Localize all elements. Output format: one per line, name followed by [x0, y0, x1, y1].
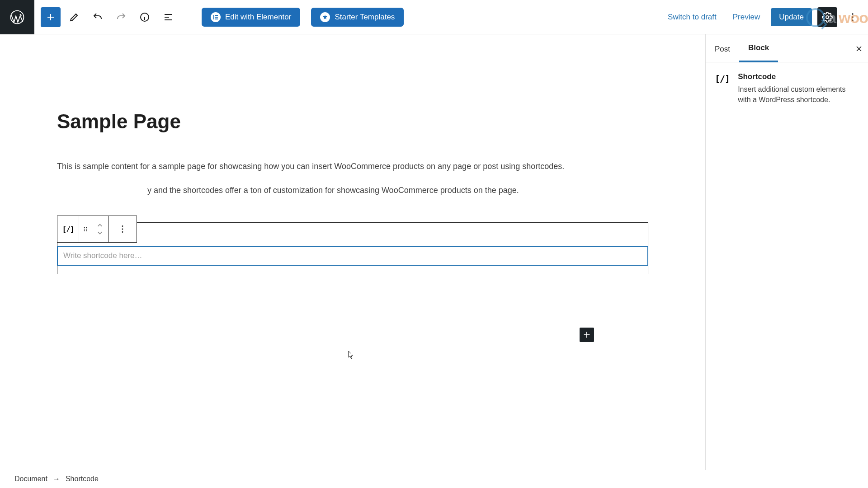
paragraph-2-text: y and the shortcodes offer a ton of cust… [147, 186, 519, 195]
drag-icon [81, 225, 90, 233]
plus-icon [45, 12, 56, 23]
tab-post[interactable]: Post [706, 37, 739, 62]
svg-rect-3 [215, 15, 218, 16]
svg-point-0 [11, 10, 24, 23]
edit-with-elementor-button[interactable]: Edit with Elementor [202, 8, 300, 27]
info-icon [139, 12, 150, 23]
move-down-button[interactable] [95, 229, 104, 236]
svg-point-17 [122, 229, 123, 230]
cursor-icon [348, 351, 354, 360]
svg-rect-4 [215, 17, 218, 18]
starter-templates-button[interactable]: Starter Templates [311, 8, 404, 27]
block-type-button[interactable]: [/] [57, 216, 79, 242]
shortcode-icon: [/] [715, 73, 730, 105]
starter-label: Starter Templates [335, 13, 395, 22]
shortcode-block: [/] Shortcode [57, 222, 648, 274]
redo-button[interactable] [111, 7, 131, 27]
sidebar-block-title: Shortcode [738, 72, 859, 81]
plus-icon [582, 330, 592, 340]
svg-point-15 [86, 230, 87, 231]
svg-rect-2 [213, 15, 214, 19]
close-icon [854, 44, 863, 53]
paragraph-2[interactable]: y and the shortcodes offer a ton of cust… [147, 185, 705, 196]
kebab-icon [847, 12, 858, 23]
paragraph-1[interactable]: This is sample content for a sample page… [57, 161, 654, 172]
shortcode-input[interactable] [58, 247, 647, 265]
svg-point-18 [122, 231, 123, 233]
chevron-down-icon [97, 230, 103, 236]
block-more-options[interactable] [108, 216, 137, 242]
list-icon [163, 12, 174, 23]
block-movers [92, 216, 108, 242]
switch-to-draft-button[interactable]: Switch to draft [662, 9, 722, 25]
block-toolbar: [/] [57, 216, 137, 243]
gear-icon [822, 12, 833, 23]
undo-button[interactable] [88, 7, 108, 27]
wordpress-icon [9, 9, 25, 25]
svg-point-16 [122, 225, 123, 227]
sidebar-block-description: Insert additional custom elements with a… [738, 84, 859, 105]
redo-icon [116, 12, 127, 23]
svg-point-10 [84, 227, 85, 228]
add-block-button[interactable] [41, 7, 61, 27]
settings-button[interactable] [817, 7, 837, 27]
options-button[interactable] [843, 7, 863, 27]
shortcode-icon: [/] [62, 225, 74, 234]
breadcrumb: Document → Shortcode [0, 470, 868, 488]
svg-point-12 [84, 229, 85, 230]
svg-point-13 [86, 229, 87, 230]
details-button[interactable] [135, 7, 155, 27]
svg-point-9 [852, 19, 853, 21]
elementor-label: Edit with Elementor [225, 13, 291, 22]
svg-point-11 [86, 227, 87, 228]
breadcrumb-root[interactable]: Document [14, 475, 47, 483]
page-title[interactable]: Sample Page [57, 110, 705, 133]
elementor-icon [211, 12, 221, 22]
wordpress-logo[interactable] [0, 0, 34, 34]
chevron-up-icon [97, 222, 103, 229]
starter-icon [320, 12, 330, 22]
tools-button[interactable] [64, 7, 84, 27]
kebab-icon [118, 224, 127, 234]
move-up-button[interactable] [95, 222, 104, 229]
breadcrumb-arrow: → [53, 475, 60, 483]
svg-point-7 [852, 13, 853, 14]
svg-rect-5 [215, 19, 218, 19]
preview-button[interactable]: Preview [727, 9, 765, 25]
drag-handle[interactable] [79, 216, 92, 242]
svg-point-6 [826, 16, 829, 19]
tab-block[interactable]: Block [739, 35, 778, 62]
breadcrumb-current[interactable]: Shortcode [66, 475, 99, 483]
close-sidebar-button[interactable] [850, 40, 868, 58]
pencil-icon [69, 12, 80, 23]
svg-point-8 [852, 16, 853, 18]
undo-icon [92, 12, 103, 23]
update-button[interactable]: Update [771, 8, 812, 26]
outline-button[interactable] [158, 7, 178, 27]
svg-point-14 [84, 230, 85, 231]
inline-add-block-button[interactable] [580, 328, 594, 342]
